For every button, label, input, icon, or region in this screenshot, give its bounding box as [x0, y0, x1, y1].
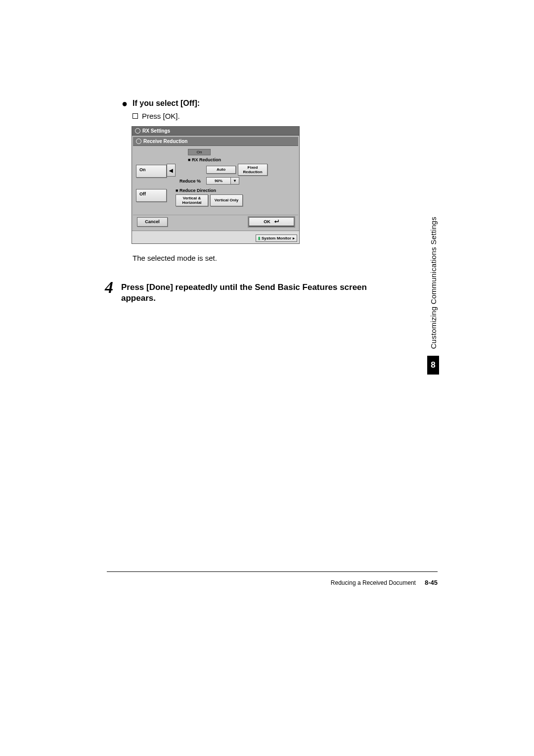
system-monitor-button[interactable]: ▮ System Monitor ▸: [256, 235, 297, 242]
auto-fixed-row: Auto Fixed Reduction: [179, 164, 295, 176]
reduce-pct-label: Reduce %: [179, 179, 204, 184]
leftcol-on: On: [136, 164, 166, 178]
section-rx-text: RX Reduction: [192, 157, 221, 162]
reduce-pct-dropdown[interactable]: 90% ▼: [206, 177, 239, 185]
bullet-heading-row: ● If you select [Off]:: [122, 99, 394, 108]
sub-instruction: Press [OK].: [142, 112, 180, 120]
on-button[interactable]: On: [136, 165, 167, 178]
fixed-reduction-button[interactable]: Fixed Reduction: [238, 164, 267, 176]
screenshot-title-main: RX Settings: [132, 127, 299, 136]
result-text: The selected mode is set.: [133, 254, 394, 262]
manual-page: ● If you select [Off]: Press [OK]. RX Se…: [0, 0, 534, 756]
content-block: ● If you select [Off]: Press [OK]. RX Se…: [117, 99, 394, 304]
title-sub-text: Receive Reduction: [143, 139, 187, 144]
sysmon-icon: ▮: [258, 236, 260, 240]
chevron-right-icon: ▸: [293, 236, 295, 240]
dir-options: ■ Reduce Direction Vertical & Horizontal…: [176, 188, 295, 208]
bullet-icon: ●: [122, 99, 128, 107]
footer-title: Reducing a Received Document: [331, 579, 416, 586]
off-button[interactable]: Off: [136, 189, 167, 202]
screenshot-body: On ■ RX Reduction On ◀ Auto Fixed Reduct…: [132, 146, 299, 212]
checkbox-icon: [133, 113, 138, 119]
auto-button[interactable]: Auto: [206, 166, 236, 174]
screenshot-wrap: RX Settings Receive Reduction On ■ RX Re…: [132, 126, 394, 244]
screenshot-title-sub: Receive Reduction: [133, 137, 298, 146]
gear-icon: [136, 139, 141, 144]
bullet-heading: If you select [Off]:: [133, 99, 200, 108]
section-dir-text: Reduce Direction: [179, 188, 216, 193]
sysmon-label: System Monitor: [262, 236, 291, 240]
side-stack: Customizing Communications Settings 8: [427, 213, 439, 375]
chevron-down-icon: ▼: [231, 177, 239, 185]
leftcol-off: Off: [136, 188, 166, 202]
cancel-button[interactable]: Cancel: [137, 217, 168, 227]
sub-instruction-row: Press [OK].: [133, 112, 394, 120]
state-indicator: On: [188, 149, 211, 155]
fixed-text: Fixed Reduction: [243, 165, 262, 174]
return-icon: [273, 219, 279, 224]
gear-icon: [135, 128, 140, 134]
device-screenshot: RX Settings Receive Reduction On ■ RX Re…: [132, 126, 300, 244]
side-chapter-number: 8: [427, 356, 439, 375]
dir-vert-text: Vertical Only: [215, 198, 238, 202]
vertical-horizontal-button[interactable]: Vertical & Horizontal: [176, 194, 208, 206]
side-tab: Customizing Communications Settings 8: [427, 213, 439, 375]
ok-button[interactable]: OK: [249, 217, 294, 227]
rx-options: Auto Fixed Reduction Reduce % 90% ▼: [177, 164, 295, 186]
dir-buttons-row: Vertical & Horizontal Vertical Only: [176, 194, 295, 206]
page-footer: Reducing a Received Document 8-45: [107, 571, 438, 586]
sysmon-bar: ▮ System Monitor ▸: [132, 231, 299, 243]
step-text: Press [Done] repeatedly until the Send B…: [121, 280, 394, 304]
reduce-pct-row: Reduce % 90% ▼: [179, 177, 295, 185]
row-off: Off ■ Reduce Direction Vertical & Horizo…: [136, 188, 295, 208]
screenshot-footer: Cancel OK: [133, 215, 298, 230]
side-chapter-label: Customizing Communications Settings: [428, 213, 439, 353]
step-number: 4: [105, 280, 113, 295]
ok-label: OK: [264, 219, 270, 224]
dir-both-text: Vertical & Horizontal: [182, 196, 201, 205]
footer-page-number: 8-45: [425, 579, 438, 586]
row-on: On ◀ Auto Fixed Reduction Reduce %: [136, 164, 295, 186]
vertical-only-button[interactable]: Vertical Only: [210, 194, 243, 206]
section-dir-label: ■ Reduce Direction: [176, 188, 295, 193]
left-arrow-icon[interactable]: ◀: [167, 164, 176, 177]
reduce-pct-value: 90%: [206, 177, 231, 185]
section-rx-label: ■ RX Reduction: [188, 157, 295, 162]
step-4-row: 4 Press [Done] repeatedly until the Send…: [105, 280, 394, 304]
title-main-text: RX Settings: [142, 128, 170, 134]
